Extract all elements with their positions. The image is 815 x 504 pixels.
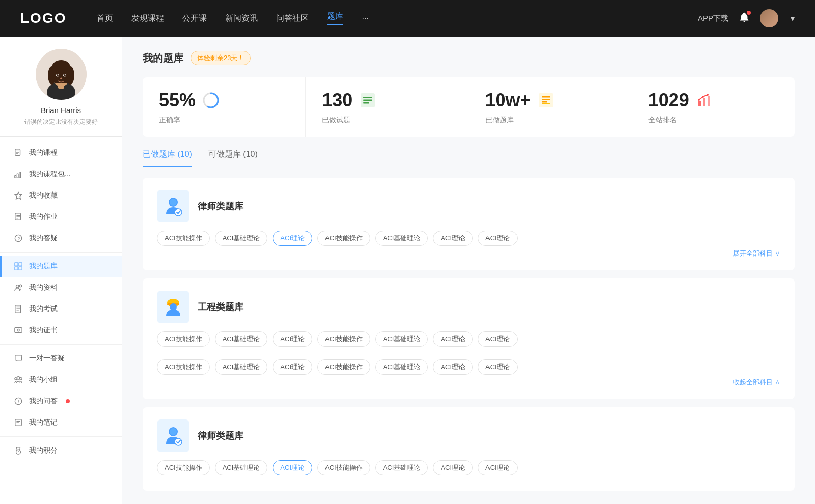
eng-tag-7[interactable]: ACI技能操作 [157,359,210,375]
sidebar-item-group[interactable]: 我的小组 [0,369,122,390]
l2-tag-3[interactable]: ACI技能操作 [317,460,370,475]
sidebar-item-course[interactable]: 我的课程 [0,142,122,163]
eng-tag-13[interactable]: ACI理论 [478,359,518,375]
eng-tag-3[interactable]: ACI技能操作 [317,331,370,347]
stat-done-banks-label: 已做题库 [485,116,514,124]
svg-rect-17 [15,176,16,178]
expand-lawyer-1[interactable]: 展开全部科目 ∨ [157,249,780,258]
sidebar-item-quiz-bank[interactable]: 我的题库 [0,256,122,277]
sidebar-item-qa-answer[interactable]: ? 我的答疑 [0,228,122,249]
stat-site-rank: 1029 全站排名 [632,77,795,137]
svg-rect-63 [698,101,701,106]
sidebar-label-my-qa: 我的问答 [29,397,58,406]
chat-icon [14,354,23,363]
sidebar-label-course-package: 我的课程包... [29,170,71,179]
tag-2-active[interactable]: ACI理论 [273,231,312,246]
nav-links: 首页 发现课程 公开课 新闻资讯 问答社区 题库 ··· [97,11,698,25]
tag-5[interactable]: ACI理论 [433,231,473,246]
tag-1[interactable]: ACI基础理论 [215,231,268,246]
chart-icon [14,170,23,179]
list-icon [359,91,377,109]
l2-tag-6[interactable]: ACI理论 [478,460,518,475]
sidebar-item-notes[interactable]: 我的笔记 [0,412,122,433]
grid-icon [14,262,23,271]
logo: LOGO [20,10,66,26]
bar-icon [695,91,714,109]
user-dropdown-chevron[interactable]: ▾ [791,14,795,23]
eng-tag-11[interactable]: ACI基础理论 [375,359,428,375]
user-motto: 错误的决定比没有决定要好 [24,118,98,126]
l2-tag-5[interactable]: ACI理论 [433,460,473,475]
l2-tag-2-active[interactable]: ACI理论 [273,460,312,475]
notification-bell[interactable] [739,12,750,25]
tab-available-banks[interactable]: 可做题库 (10) [208,149,258,167]
svg-rect-57 [363,102,369,104]
svg-rect-29 [19,263,22,266]
stat-site-rank-value: 1029 [648,90,689,111]
users-icon [14,283,23,292]
tag-6[interactable]: ACI理论 [478,231,518,246]
nav-qa[interactable]: 问答社区 [276,13,309,24]
engineer-icon [157,291,189,323]
eng-tag-8[interactable]: ACI基础理论 [215,359,268,375]
app-download-button[interactable]: APP下载 [698,14,728,23]
svg-text:?: ? [17,236,20,241]
stat-site-rank-label: 全站排名 [648,116,677,124]
bell-notification-dot [747,11,751,15]
sidebar-label-qa: 我的答疑 [29,234,58,243]
user-profile: Brian Harris 错误的决定比没有决定要好 [0,49,122,137]
nav-home[interactable]: 首页 [97,13,113,24]
tab-done-banks[interactable]: 已做题库 (10) [143,149,192,167]
eng-tag-1[interactable]: ACI基础理论 [215,331,268,347]
page-header: 我的题库 体验剩余23天！ [143,51,795,65]
sidebar-item-course-package[interactable]: 我的课程包... [0,163,122,185]
sidebar-label-favorites: 我的收藏 [29,191,58,200]
eng-tag-12[interactable]: ACI理论 [433,359,473,375]
svg-rect-34 [15,305,21,313]
sidebar-label-one-on-one: 一对一答疑 [29,354,65,363]
svg-rect-65 [708,96,710,106]
nav-more[interactable]: ··· [362,14,368,23]
nav-opencourse[interactable]: 公开课 [182,13,207,24]
svg-point-10 [57,74,59,76]
sidebar-label-notes: 我的笔记 [29,418,58,427]
sidebar-item-points[interactable]: 我的积分 [0,440,122,461]
tag-0[interactable]: ACI技能操作 [157,231,210,246]
bank-card-lawyer-2: 律师类题库 ACI技能操作 ACI基础理论 ACI理论 ACI技能操作 ACI基… [143,407,795,491]
eng-tag-5[interactable]: ACI理论 [433,331,473,347]
sidebar-item-my-qa[interactable]: 我的问答 [0,390,122,412]
eng-tag-2[interactable]: ACI理论 [273,331,312,347]
svg-point-53 [207,96,215,104]
sidebar-item-favorites[interactable]: 我的收藏 [0,185,122,206]
nav-discover[interactable]: 发现课程 [131,13,164,24]
nav-quiz[interactable]: 题库 [327,11,343,25]
eng-tag-9[interactable]: ACI理论 [273,359,312,375]
eng-tag-0[interactable]: ACI技能操作 [157,331,210,347]
l2-tag-4[interactable]: ACI基础理论 [375,460,428,475]
tag-4[interactable]: ACI基础理论 [375,231,428,246]
sidebar-item-one-on-one[interactable]: 一对一答疑 [0,348,122,369]
svg-rect-18 [17,174,18,178]
user-avatar[interactable] [760,9,778,27]
sidebar-item-materials[interactable]: 我的资料 [0,277,122,298]
sidebar-item-homework[interactable]: 我的作业 [0,206,122,228]
stat-done-banks-value: 10w+ [485,90,531,111]
bank-card-divider [157,353,780,353]
stat-site-rank-top: 1029 [648,90,778,111]
sidebar-item-certificate[interactable]: 我的证书 [0,320,122,341]
bank-name-lawyer-1: 律师类题库 [198,200,243,212]
stat-accuracy-value: 55% [159,90,196,111]
menu-divider-2 [0,344,122,345]
eng-tag-6[interactable]: ACI理论 [478,331,518,347]
bank-card-lawyer-2-header: 律师类题库 [157,419,780,452]
eng-tag-10[interactable]: ACI技能操作 [317,359,370,375]
main-layout: Brian Harris 错误的决定比没有决定要好 我的课程 我的课程包... [0,37,815,504]
tag-3[interactable]: ACI技能操作 [317,231,370,246]
l2-tag-1[interactable]: ACI基础理论 [215,460,268,475]
lawyer-icon-2 [157,419,189,452]
l2-tag-0[interactable]: ACI技能操作 [157,460,210,475]
collapse-engineer[interactable]: 收起全部科目 ∧ [157,378,780,387]
eng-tag-4[interactable]: ACI基础理论 [375,331,428,347]
sidebar-item-exams[interactable]: 我的考试 [0,298,122,320]
nav-news[interactable]: 新闻资讯 [225,13,258,24]
